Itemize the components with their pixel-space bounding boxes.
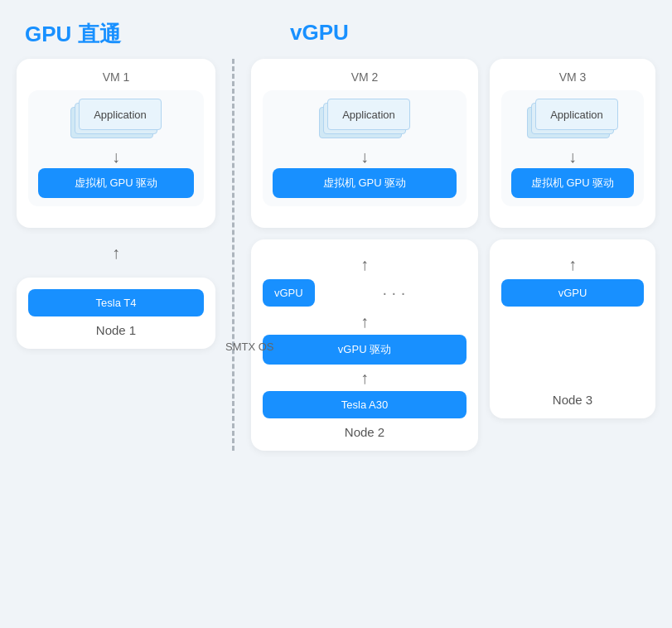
node3-label: Node 3 bbox=[501, 393, 644, 407]
vgpu-driver-box: vGPU 驱动 bbox=[263, 335, 467, 365]
node1-bottom-box: Tesla T4 Node 1 bbox=[17, 278, 215, 349]
vm1-app-label: Application bbox=[79, 99, 162, 130]
vm3-app-label: Application bbox=[535, 99, 618, 130]
vm2-label: VM 2 bbox=[263, 70, 467, 84]
vm1-label: VM 1 bbox=[28, 70, 204, 84]
vm1-node-box: VM 1 Application ↓ 虚拟机 GPU 驱动 bbox=[17, 59, 215, 228]
vgpu-row: vGPU · · · bbox=[263, 279, 467, 307]
dots: · · · bbox=[321, 283, 467, 302]
vgpu-box-left: vGPU bbox=[263, 279, 315, 307]
vm2-app-label: Application bbox=[327, 99, 410, 130]
node1-arrow-up: ↑ bbox=[17, 244, 215, 261]
col-node2: VM 2 Application ↓ 虚拟机 GPU 驱动 bbox=[251, 59, 478, 451]
vm3-node-box: VM 3 Application ↓ 虚拟机 GPU 驱动 bbox=[490, 59, 655, 228]
vm2-node-box: VM 2 Application ↓ 虚拟机 GPU 驱动 bbox=[251, 59, 478, 228]
vm3-arrow-down: ↓ bbox=[511, 148, 634, 165]
vm2-box: Application ↓ 虚拟机 GPU 驱动 bbox=[263, 90, 467, 206]
vm3-box: Application ↓ 虚拟机 GPU 驱动 bbox=[501, 90, 644, 206]
vm1-app-stack: Application bbox=[70, 99, 162, 142]
node3-arrow-up: ↑ bbox=[501, 256, 644, 273]
col-node3: VM 3 Application ↓ 虚拟机 GPU 驱动 bbox=[490, 59, 655, 451]
diagram-area: VM 1 Application ↓ 虚拟机 GPU 驱动 ↑ bbox=[17, 59, 655, 451]
gpu-passthrough-title: GPU 直通 bbox=[25, 20, 224, 49]
vgpu-box-right: vGPU bbox=[501, 279, 644, 307]
vm1-box: Application ↓ 虚拟机 GPU 驱动 bbox=[28, 90, 204, 206]
node2-vm2-arrow-up: ↑ bbox=[263, 256, 467, 273]
section-headers: GPU 直通 vGPU bbox=[17, 20, 655, 49]
vm1-gpu-driver: 虚拟机 GPU 驱动 bbox=[38, 168, 194, 198]
vm3-app-stack: Application bbox=[527, 99, 618, 142]
tesla-arrow-up: ↑ bbox=[263, 370, 467, 386]
node2-bottom-box: ↑ vGPU · · · ↑ vGPU 驱动 ↑ Tesla A30 Node … bbox=[251, 239, 478, 451]
node2-label: Node 2 bbox=[263, 425, 467, 439]
tesla-t4-box: Tesla T4 bbox=[28, 289, 204, 316]
smtx-os-label: SMTX OS bbox=[225, 341, 274, 353]
vm3-gpu-driver: 虚拟机 GPU 驱动 bbox=[511, 168, 634, 198]
vm2-app-stack: Application bbox=[319, 99, 410, 142]
right-main: VM 2 Application ↓ 虚拟机 GPU 驱动 bbox=[251, 59, 655, 451]
main-container: GPU 直通 vGPU VM 1 Application ↓ bbox=[0, 0, 672, 628]
vm2-gpu-driver: 虚拟机 GPU 驱动 bbox=[273, 168, 457, 198]
vgpu-driver-arrow-up: ↑ bbox=[263, 313, 467, 330]
left-column: VM 1 Application ↓ 虚拟机 GPU 驱动 ↑ bbox=[17, 59, 215, 451]
vm1-arrow-down: ↓ bbox=[38, 148, 194, 165]
node3-spacer bbox=[501, 307, 644, 386]
vm2-arrow-down: ↓ bbox=[273, 148, 457, 165]
tesla-a30-box: Tesla A30 bbox=[263, 391, 467, 418]
vgpu-title: vGPU bbox=[290, 20, 349, 49]
divider bbox=[232, 59, 234, 451]
node1-label: Node 1 bbox=[28, 323, 204, 337]
vm3-label: VM 3 bbox=[501, 70, 644, 84]
node3-bottom-box: ↑ vGPU Node 3 bbox=[490, 239, 655, 418]
